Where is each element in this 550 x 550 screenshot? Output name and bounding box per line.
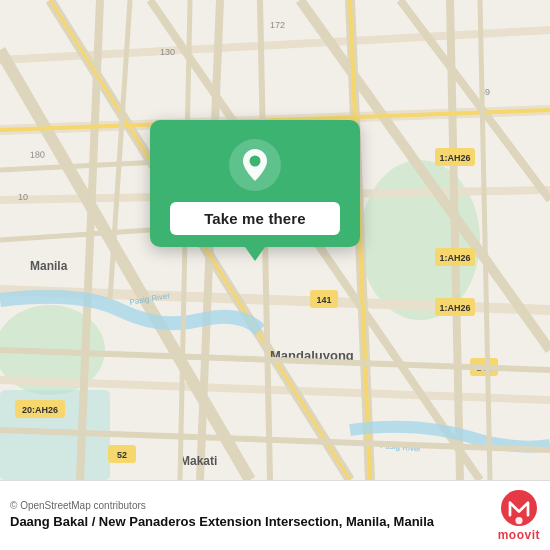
svg-text:141: 141	[316, 295, 331, 305]
svg-text:180: 180	[30, 149, 45, 160]
bottom-text-block: © OpenStreetMap contributors Daang Bakal…	[10, 500, 488, 531]
moovit-text-label: moovit	[498, 528, 540, 542]
svg-text:Makati: Makati	[180, 454, 217, 468]
location-pin-icon	[229, 139, 281, 191]
osm-attribution: © OpenStreetMap contributors	[10, 500, 488, 511]
svg-point-56	[250, 156, 261, 167]
popup-card: Take me there	[150, 120, 360, 247]
svg-text:1:AH26: 1:AH26	[439, 303, 470, 313]
location-icon-wrapper	[228, 138, 282, 192]
svg-text:1:AH26: 1:AH26	[439, 253, 470, 263]
map-area: 180 10 59 172 130 1:AH26 1:AH26 1:AH26 1…	[0, 0, 550, 480]
svg-point-58	[515, 517, 522, 524]
moovit-logo: moovit	[498, 490, 540, 542]
svg-text:1:AH26: 1:AH26	[439, 153, 470, 163]
svg-text:130: 130	[160, 47, 175, 57]
svg-text:52: 52	[117, 450, 127, 460]
svg-point-1	[360, 160, 480, 320]
take-me-there-button[interactable]: Take me there	[170, 202, 340, 235]
svg-text:172: 172	[270, 20, 285, 30]
bottom-bar: © OpenStreetMap contributors Daang Bakal…	[0, 480, 550, 550]
svg-text:Manila: Manila	[30, 259, 68, 273]
svg-text:10: 10	[18, 192, 28, 202]
location-name: Daang Bakal / New Panaderos Extension In…	[10, 514, 488, 531]
moovit-icon	[501, 490, 537, 526]
svg-text:20:AH26: 20:AH26	[22, 405, 58, 415]
